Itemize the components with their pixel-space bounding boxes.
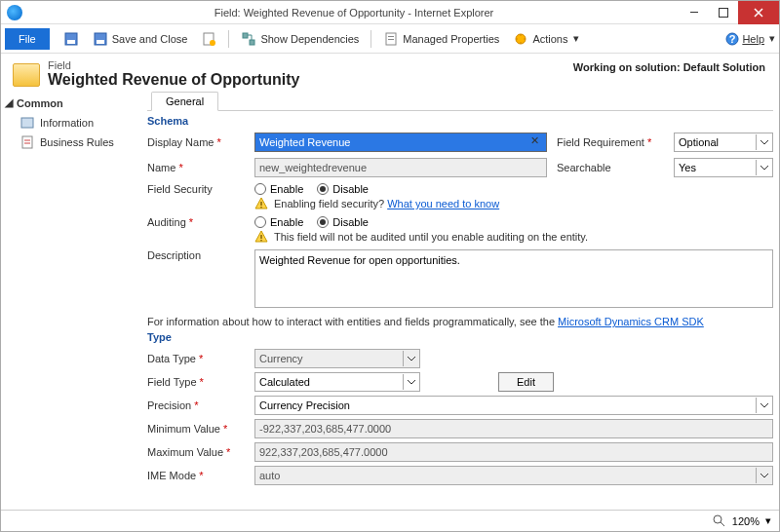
sdk-link[interactable]: Microsoft Dynamics CRM SDK <box>558 316 704 327</box>
svg-rect-10 <box>388 39 394 40</box>
svg-text:?: ? <box>729 33 736 45</box>
edit-button[interactable]: Edit <box>498 372 554 392</box>
ime-mode-label: IME Mode <box>147 470 245 481</box>
sidebar-item-business-rules[interactable]: Business Rules <box>5 133 143 152</box>
warning-icon <box>254 197 268 210</box>
save-close-icon <box>93 31 108 47</box>
data-type-label: Data Type <box>147 353 245 364</box>
solution-context: Working on solution: Default Solution <box>573 61 765 73</box>
chevron-down-icon[interactable]: ▾ <box>765 514 771 527</box>
svg-rect-17 <box>260 207 261 208</box>
entity-label: Field <box>48 59 71 71</box>
auditing-label: Auditing <box>147 216 245 228</box>
searchable-label: Searchable <box>557 162 664 173</box>
chevron-down-icon[interactable] <box>403 374 418 390</box>
section-type: Type <box>147 331 773 343</box>
precision-select[interactable] <box>254 396 773 415</box>
save-and-close-button[interactable]: Save and Close <box>87 26 194 52</box>
max-value-label: Maximum Value <box>147 446 245 458</box>
display-name-label: Display Name <box>147 136 245 148</box>
sidebar-item-information[interactable]: Information <box>5 113 143 133</box>
collapse-icon: ◢ <box>5 96 13 109</box>
auditing-enable-radio[interactable]: Enable <box>254 216 303 228</box>
window-title: Field: Weighted Revenue of Opportunity -… <box>28 7 680 19</box>
managed-properties-button[interactable]: Managed Properties <box>377 26 505 52</box>
description-label: Description <box>147 249 245 261</box>
max-value-input <box>254 442 773 462</box>
chevron-down-icon[interactable] <box>756 398 771 413</box>
data-type-select[interactable] <box>254 349 420 368</box>
svg-point-20 <box>714 515 722 523</box>
svg-rect-7 <box>250 40 254 45</box>
toolbar-separator <box>370 30 371 48</box>
svg-point-5 <box>210 40 215 46</box>
save-icon <box>63 31 79 47</box>
chevron-down-icon[interactable] <box>756 160 771 175</box>
min-value-input <box>254 419 773 438</box>
field-security-label: Field Security <box>147 183 245 195</box>
name-input <box>254 158 547 177</box>
field-type-select[interactable] <box>254 372 420 392</box>
tab-general[interactable]: General <box>151 92 218 111</box>
toolbar-separator <box>228 30 229 48</box>
svg-rect-15 <box>22 136 32 148</box>
information-icon <box>20 116 34 130</box>
field-security-note: Enabling field security? What you need t… <box>254 197 773 210</box>
page-title: Weighted Revenue of Opportunity <box>48 71 299 89</box>
minimize-button[interactable] <box>680 1 709 24</box>
actions-icon <box>513 31 528 47</box>
status-bar: 120% ▾ <box>1 510 779 531</box>
save-button[interactable] <box>58 26 85 52</box>
tab-row: General <box>147 91 773 111</box>
business-rules-icon <box>20 135 34 149</box>
name-label: Name <box>147 162 245 173</box>
precision-label: Precision <box>147 399 245 411</box>
titlebar: Field: Weighted Revenue of Opportunity -… <box>1 1 779 24</box>
new-icon <box>201 31 216 47</box>
clear-icon[interactable]: ✕ <box>530 134 544 148</box>
properties-icon <box>383 31 399 47</box>
dependencies-icon <box>241 31 256 47</box>
close-button[interactable] <box>738 1 779 24</box>
svg-rect-3 <box>97 40 104 44</box>
internet-explorer-icon <box>7 5 22 20</box>
show-dependencies-button[interactable]: Show Dependencies <box>235 26 365 52</box>
new-button[interactable] <box>195 26 222 52</box>
ime-mode-select[interactable] <box>254 466 773 485</box>
min-value-label: Minimum Value <box>147 423 245 435</box>
auditing-note: This field will not be audited until you… <box>254 230 773 244</box>
actions-menu[interactable]: Actions▾ <box>507 26 585 52</box>
chevron-down-icon[interactable] <box>403 351 418 366</box>
zoom-level[interactable]: 120% <box>732 515 760 527</box>
toolbar: File Save and Close Show Dependencies Ma… <box>1 24 779 54</box>
auditing-disable-radio[interactable]: Disable <box>317 216 369 228</box>
chevron-down-icon: ▾ <box>573 32 579 45</box>
zoom-icon[interactable] <box>713 514 726 528</box>
field-requirement-label: Field Requirement <box>557 136 664 148</box>
field-type-label: Field Type <box>147 376 245 388</box>
svg-rect-16 <box>260 202 261 206</box>
help-button[interactable]: ?Help▾ <box>725 32 775 46</box>
maximize-button[interactable] <box>709 1 738 24</box>
sdk-note: For information about how to interact wi… <box>147 316 773 327</box>
section-schema: Schema <box>147 115 773 127</box>
display-name-input[interactable] <box>254 133 547 152</box>
svg-rect-14 <box>21 118 33 128</box>
svg-rect-9 <box>388 36 394 37</box>
warning-icon <box>254 230 268 244</box>
main-content: General Schema Display Name ✕ Field Requ… <box>147 91 779 508</box>
chevron-down-icon: ▾ <box>769 32 775 45</box>
sidebar-group-common[interactable]: ◢Common <box>5 96 143 109</box>
svg-rect-6 <box>243 33 248 38</box>
file-menu[interactable]: File <box>5 28 50 50</box>
help-icon: ? <box>725 32 739 46</box>
field-security-enable-radio[interactable]: Enable <box>254 183 303 195</box>
svg-rect-1 <box>67 40 75 44</box>
chevron-down-icon[interactable] <box>756 468 771 483</box>
field-security-disable-radio[interactable]: Disable <box>317 183 369 195</box>
chevron-down-icon[interactable] <box>756 134 771 150</box>
description-textarea[interactable] <box>254 249 773 308</box>
svg-rect-18 <box>260 235 261 239</box>
security-info-link[interactable]: What you need to know <box>387 198 499 209</box>
svg-rect-19 <box>260 240 261 241</box>
